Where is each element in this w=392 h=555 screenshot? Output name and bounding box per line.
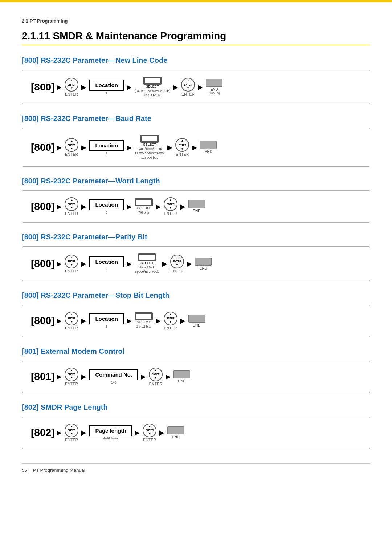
select-label-s800-new-line: SELECT bbox=[146, 85, 159, 88]
select-label-s800-baud-rate: SELECT bbox=[143, 143, 156, 146]
diagram-row-s800-parity-bit: [800]▶▲ENTER▼ENTER▶Location4▶SELECTNone/… bbox=[31, 253, 213, 274]
footer-manual-title: PT Programming Manual bbox=[33, 467, 85, 473]
enter-button-s800-parity-bit-2: ▲ENTER▼ENTER bbox=[65, 255, 78, 273]
diagram-row-s800-word-length: [800]▶▲ENTER▼ENTER▶Location3▶SELECT7/8 b… bbox=[31, 197, 207, 216]
location-box-s800-stop-bit: Location bbox=[89, 313, 124, 324]
arrow-icon-s800-parity-bit-9: ▶ bbox=[187, 260, 192, 268]
end-label-s801-modem-8: END bbox=[178, 379, 185, 383]
key-label-s802-smdr: [802] bbox=[31, 428, 54, 438]
enter-label-s800-new-line-8: ENTER bbox=[181, 92, 195, 96]
arrow-icon-s800-parity-bit-5: ▶ bbox=[127, 260, 132, 268]
select-rect-s800-baud-rate bbox=[140, 135, 159, 143]
enter-circle-icon-s800-parity-bit-2: ▲ENTER▼ bbox=[65, 255, 78, 268]
enter-circle-icon-s800-parity-bit-8: ▲ENTER▼ bbox=[170, 255, 184, 268]
diagram-row-s800-new-line: [800]▶▲ENTER▼ENTER▶Location1▶SELECT(AUTO… bbox=[31, 77, 224, 97]
enter-label-s800-baud-rate-2: ENTER bbox=[65, 153, 78, 157]
diagram-s800-baud-rate: [800]▶▲ENTER▼ENTER▶Location2▶SELECT2400/… bbox=[22, 128, 370, 167]
page-length-button-s802-smdr: Page length4–99 lines bbox=[89, 425, 132, 440]
section-title-s802-smdr: [802] SMDR Page Length bbox=[22, 403, 370, 412]
arrow-icon-s802-smdr-3: ▶ bbox=[81, 429, 86, 437]
enter-circle-icon-s802-smdr-6: ▲ENTER▼ bbox=[143, 424, 156, 437]
arrow-icon-s802-smdr-5: ▶ bbox=[135, 429, 140, 437]
location-num-s800-baud-rate: 2 bbox=[106, 151, 107, 155]
enter-circle-icon-s801-modem-6: ▲ENTER▼ bbox=[149, 368, 163, 381]
diagram-row-s802-smdr: [802]▶▲ENTER▼ENTER▶Page length4–99 lines… bbox=[31, 424, 185, 442]
diagram-s801-modem: [801]▶▲ENTER▼ENTER▶Command No.1–5▶▲ENTER… bbox=[22, 361, 370, 393]
arrow-icon-s800-stop-bit-9: ▶ bbox=[180, 317, 185, 325]
location-num-s800-new-line: 1 bbox=[106, 91, 107, 95]
end-rect-s801-modem-8 bbox=[173, 370, 190, 378]
arrow-icon-s800-new-line-7: ▶ bbox=[173, 83, 178, 91]
select-rect-s800-word-length bbox=[135, 198, 153, 206]
location-num-s800-word-length: 3 bbox=[106, 211, 107, 214]
diagram-row-s800-baud-rate: [800]▶▲ENTER▼ENTER▶Location2▶SELECT2400/… bbox=[31, 135, 218, 160]
arrow-icon-s801-modem-1: ▶ bbox=[57, 373, 62, 381]
enter-circle-icon-s802-smdr-2: ▲ENTER▼ bbox=[65, 424, 78, 437]
end-rect-s802-smdr-8 bbox=[167, 426, 184, 434]
key-label-s800-baud-rate: [800] bbox=[31, 142, 54, 153]
end-rect-s800-word-length-10 bbox=[188, 200, 205, 208]
select-sub-s800-baud-rate: 2400/4800/9600/ 19200/38400/57600/ 11520… bbox=[135, 147, 165, 160]
enter-button-s800-baud-rate-2: ▲ENTER▼ENTER bbox=[65, 138, 78, 157]
arrow-icon-s802-smdr-1: ▶ bbox=[57, 429, 62, 437]
select-sub-s800-stop-bit: 1 bit/2 bits bbox=[136, 325, 151, 329]
end-box-s800-word-length-10: END bbox=[188, 200, 205, 213]
footer-page-number: 56 bbox=[22, 467, 27, 473]
enter-label-s802-smdr-6: ENTER bbox=[143, 438, 156, 442]
enter-circle-icon-s800-baud-rate-8: ▲ENTER▼ bbox=[175, 138, 189, 152]
end-label-s800-parity-bit-10: END bbox=[199, 266, 207, 270]
select-group-s800-parity-bit: SELECTNone/Mark/ Space/Even/Odd bbox=[135, 253, 159, 274]
command-box-s801-modem: Command No. bbox=[89, 369, 138, 380]
page: 2.1 PT Programming 2.1.11 SMDR & Mainten… bbox=[0, 0, 392, 555]
enter-label-s800-word-length-8: ENTER bbox=[164, 212, 177, 216]
select-group-s800-stop-bit: SELECT1 bit/2 bits bbox=[135, 312, 153, 329]
section-title-s800-stop-bit: [800] RS-232C Parameter—Stop Bit Length bbox=[22, 291, 370, 300]
location-box-s800-baud-rate: Location bbox=[89, 140, 124, 151]
location-box-s800-word-length: Location bbox=[89, 199, 124, 210]
arrow-icon-s800-word-length-5: ▶ bbox=[127, 203, 132, 211]
enter-label-s800-baud-rate-8: ENTER bbox=[176, 153, 189, 157]
arrow-icon-s800-stop-bit-5: ▶ bbox=[127, 317, 132, 325]
enter-label-s801-modem-6: ENTER bbox=[149, 382, 162, 386]
arrow-icon-s800-word-length-3: ▶ bbox=[81, 203, 86, 211]
select-group-s800-baud-rate: SELECT2400/4800/9600/ 19200/38400/57600/… bbox=[135, 135, 165, 160]
enter-circle-icon-s800-baud-rate-2: ▲ENTER▼ bbox=[65, 138, 78, 152]
arrow-icon-s800-new-line-9: ▶ bbox=[198, 83, 203, 91]
key-label-s801-modem: [801] bbox=[31, 372, 54, 382]
select-label-s800-stop-bit: SELECT bbox=[137, 320, 150, 324]
location-num-s800-parity-bit: 4 bbox=[106, 268, 107, 271]
end-rect-s800-parity-bit-10 bbox=[195, 258, 212, 266]
key-label-s800-word-length: [800] bbox=[31, 202, 54, 212]
arrow-icon-s800-parity-bit-3: ▶ bbox=[81, 260, 86, 268]
select-sub-s800-word-length: 7/8 bits bbox=[138, 211, 149, 215]
arrow-icon-s801-modem-7: ▶ bbox=[166, 373, 171, 381]
location-button-s800-word-length: Location3 bbox=[89, 199, 124, 214]
enter-label-s800-new-line-2: ENTER bbox=[65, 92, 78, 96]
arrow-icon-s800-new-line-3: ▶ bbox=[81, 83, 86, 91]
arrow-icon-s801-modem-5: ▶ bbox=[141, 373, 146, 381]
arrow-icon-s800-new-line-1: ▶ bbox=[57, 83, 62, 91]
location-button-s800-stop-bit: Location5 bbox=[89, 313, 124, 328]
end-label-s800-baud-rate-10: END bbox=[205, 150, 212, 154]
location-button-s800-baud-rate: Location2 bbox=[89, 140, 124, 155]
end-label-s800-stop-bit-10: END bbox=[193, 323, 200, 327]
enter-circle-icon-s800-stop-bit-8: ▲ENTER▼ bbox=[164, 312, 177, 325]
enter-button-s802-smdr-6: ▲ENTER▼ENTER bbox=[143, 424, 156, 442]
breadcrumb: 2.1 PT Programming bbox=[22, 18, 370, 24]
enter-button-s801-modem-2: ▲ENTER▼ENTER bbox=[65, 368, 78, 386]
diagram-row-s801-modem: [801]▶▲ENTER▼ENTER▶Command No.1–5▶▲ENTER… bbox=[31, 368, 192, 386]
location-button-s800-parity-bit: Location4 bbox=[89, 256, 124, 271]
enter-circle-icon-s800-word-length-2: ▲ENTER▼ bbox=[65, 197, 78, 211]
enter-circle-icon-s801-modem-2: ▲ENTER▼ bbox=[65, 368, 78, 381]
key-label-s800-new-line: [800] bbox=[31, 82, 54, 92]
section-title-s800-baud-rate: [800] RS-232C Parameter—Baud Rate bbox=[22, 114, 370, 123]
arrow-icon-s800-stop-bit-3: ▶ bbox=[81, 317, 86, 325]
arrow-icon-s800-parity-bit-7: ▶ bbox=[162, 260, 167, 268]
sections-container: [800] RS-232C Parameter—New Line Code[80… bbox=[22, 56, 370, 449]
arrow-icon-s801-modem-3: ▶ bbox=[81, 373, 86, 381]
top-bar bbox=[0, 0, 392, 2]
arrow-icon-s800-word-length-9: ▶ bbox=[180, 203, 185, 211]
key-label-s800-parity-bit: [800] bbox=[31, 259, 54, 269]
enter-button-s801-modem-6: ▲ENTER▼ENTER bbox=[149, 368, 163, 386]
section-title-s801-modem: [801] External Modem Control bbox=[22, 347, 370, 356]
